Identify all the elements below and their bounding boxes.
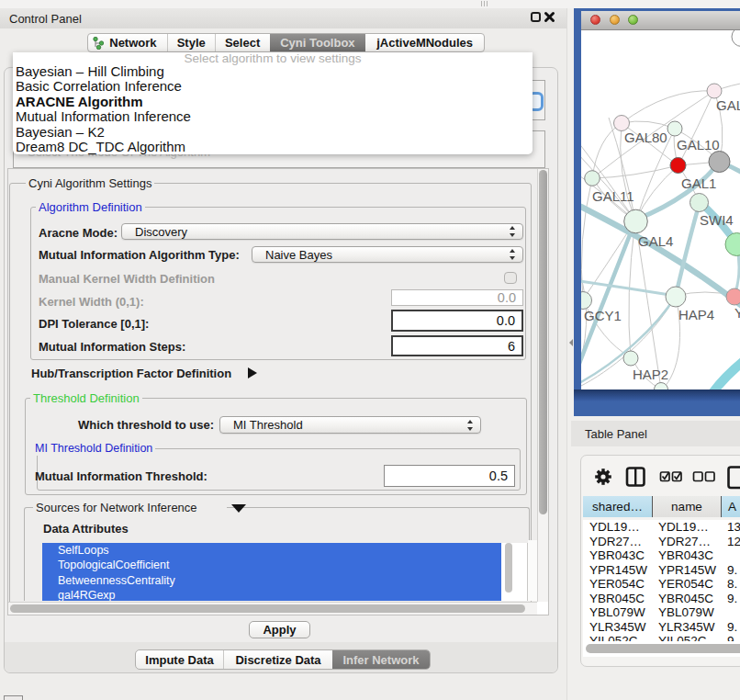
svg-text:HAP2: HAP2	[633, 367, 668, 382]
svg-text:GAL7: GAL7	[716, 97, 740, 113]
svg-text:GAL1: GAL1	[681, 175, 716, 191]
svg-text:GCY1: GCY1	[584, 308, 622, 323]
svg-text:GAL4: GAL4	[638, 233, 673, 249]
svg-text:GAL10: GAL10	[677, 137, 720, 152]
svg-text:SWI4: SWI4	[700, 212, 734, 228]
svg-text:HAP4: HAP4	[678, 307, 714, 322]
svg-text:Y: Y	[734, 305, 740, 321]
svg-text:GAL11: GAL11	[592, 188, 634, 204]
svg-text:GAL80: GAL80	[624, 130, 667, 145]
